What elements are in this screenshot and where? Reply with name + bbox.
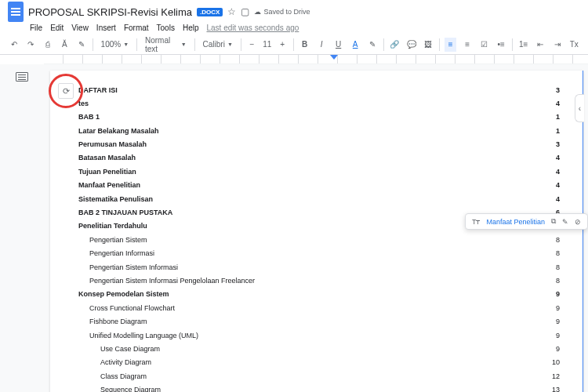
document-title[interactable]: PROPOSAL SKRIPSI-Revisi Kelima <box>28 6 192 18</box>
spellcheck-icon[interactable]: Ă <box>59 38 71 52</box>
toc-page: 4 <box>556 98 560 109</box>
toc-page: 9 <box>556 316 560 327</box>
align-left-icon[interactable]: ≡ <box>445 38 457 52</box>
highlight-icon[interactable]: ✎ <box>366 38 379 52</box>
toc-page: 9 <box>556 343 560 354</box>
table-of-contents: DAFTAR ISI3tes4BAB 11Latar Belakang Masa… <box>78 83 583 392</box>
toc-label: Activity Diagram <box>100 357 151 368</box>
toc-entry[interactable]: tes4 <box>78 96 583 110</box>
last-edit-link[interactable]: Last edit was seconds ago <box>206 24 299 32</box>
indent-marker-icon[interactable] <box>330 55 338 63</box>
menu-insert[interactable]: Insert <box>96 24 116 32</box>
toc-entry[interactable]: Use Case Diagram9 <box>78 342 583 355</box>
toc-entry[interactable]: Activity Diagram10 <box>78 356 583 369</box>
copy-link-icon[interactable]: ⧉ <box>551 217 556 226</box>
document-page[interactable]: ⟳ DAFTAR ISI3tes4BAB 11Latar Belakang Ma… <box>50 71 583 392</box>
toc-entry[interactable]: DAFTAR ISI3 <box>78 83 583 96</box>
undo-icon[interactable]: ↶ <box>8 38 20 52</box>
checklist-icon[interactable]: ☑ <box>478 38 491 52</box>
font-size-minus[interactable]: − <box>246 38 259 52</box>
outline-toggle-icon[interactable] <box>16 72 28 82</box>
remove-link-icon[interactable]: ⊘ <box>575 218 581 226</box>
save-status-text: Saved to Drive <box>263 8 310 16</box>
toc-label: Pengertian Sistem Informasi <box>89 262 178 273</box>
toc-refresh-button[interactable]: ⟳ <box>58 83 74 99</box>
image-icon[interactable]: 🖼 <box>422 38 434 52</box>
toc-page: 3 <box>556 85 560 96</box>
toc-entry[interactable]: Pengertian Sistem Informasi8 <box>78 260 583 274</box>
bold-icon[interactable]: B <box>299 38 311 52</box>
toc-entry[interactable]: Fishbone Diagram9 <box>78 315 583 328</box>
increase-indent-icon[interactable]: ⇥ <box>551 38 564 52</box>
zoom-select[interactable]: 100%▼ <box>98 40 132 49</box>
toc-entry[interactable]: Unified Modelling Language (UML)9 <box>78 328 583 342</box>
menu-view[interactable]: View <box>71 24 89 32</box>
toc-page: 9 <box>556 330 560 341</box>
toc-entry[interactable]: Perumusan Masalah3 <box>78 138 583 151</box>
print-icon[interactable]: ⎙ <box>42 38 54 52</box>
toc-entry[interactable]: Cross Functional Flowchart9 <box>78 301 583 314</box>
ruler[interactable] <box>44 55 588 64</box>
move-icon[interactable]: ▢ <box>241 6 249 17</box>
toc-label: Fishbone Diagram <box>89 316 147 327</box>
toc-page: 1 <box>556 125 560 136</box>
comment-icon[interactable]: 💬 <box>405 38 418 52</box>
redo-icon[interactable]: ↷ <box>25 38 38 52</box>
toc-entry[interactable]: Pengertian Sistem Informasi Pengelolaan … <box>78 274 583 287</box>
workspace: ⟳ DAFTAR ISI3tes4BAB 11Latar Belakang Ma… <box>0 64 588 392</box>
number-list-icon[interactable]: 1≡ <box>517 38 530 52</box>
toc-label: DAFTAR ISI <box>78 85 118 96</box>
toc-entry[interactable]: Pengertian Informasi8 <box>78 247 583 260</box>
text-color-icon[interactable]: A <box>349 38 361 52</box>
paint-format-icon[interactable]: ✎ <box>75 38 88 52</box>
toc-label: Tujuan Penelitian <box>78 166 136 177</box>
italic-icon[interactable]: I <box>315 38 328 52</box>
menu-help[interactable]: Help <box>183 24 199 32</box>
edit-link-icon[interactable]: ✎ <box>562 218 568 226</box>
toc-entry[interactable]: Class Diagram12 <box>78 369 583 383</box>
toc-entry[interactable]: Batasan Masalah4 <box>78 151 583 165</box>
line-spacing-icon[interactable]: ≡ <box>461 38 474 52</box>
toc-label: Pengertian Sistem <box>89 234 147 245</box>
menu-edit[interactable]: Edit <box>50 24 64 32</box>
font-value: Calibri <box>203 40 225 49</box>
toc-page: 4 <box>556 152 560 163</box>
toc-label: Perumusan Masalah <box>78 139 147 150</box>
toc-entry[interactable]: Sequence Diagram13 <box>78 383 583 392</box>
bullet-list-icon[interactable]: •≡ <box>495 38 508 52</box>
toc-entry[interactable]: Konsep Pemodelan Sistem9 <box>78 288 583 301</box>
font-size-input[interactable]: 11 <box>263 40 271 49</box>
toc-page: 12 <box>552 371 560 382</box>
toc-entry[interactable]: Manfaat Penelitian4 <box>78 179 583 192</box>
star-icon[interactable]: ☆ <box>227 6 236 17</box>
toc-label: Sistematika Penulisan <box>78 194 153 205</box>
font-select[interactable]: Calibri▼ <box>200 40 236 49</box>
decrease-indent-icon[interactable]: ⇤ <box>534 38 546 52</box>
toc-page: 8 <box>556 262 560 273</box>
docs-logo-icon[interactable] <box>8 2 24 22</box>
toc-label: Penelitian Terdahulu <box>78 220 147 231</box>
tooltip-link[interactable]: Manfaat Penelitian <box>486 218 545 226</box>
underline-icon[interactable]: U <box>332 38 345 52</box>
font-size-plus[interactable]: + <box>276 38 289 52</box>
toc-page: 9 <box>556 303 560 314</box>
toolbar: ↶ ↷ ⎙ Ă ✎ 100%▼ Normal text▼ Calibri▼ − … <box>0 34 588 55</box>
toc-entry[interactable]: Sistematika Penulisan4 <box>78 192 583 205</box>
menu-file[interactable]: File <box>30 24 42 32</box>
menu-format[interactable]: Format <box>124 24 149 32</box>
toc-label: Pengertian Sistem Informasi Pengelolaan … <box>89 275 255 286</box>
link-icon[interactable]: 🔗 <box>388 38 401 52</box>
toc-page: 4 <box>556 194 560 205</box>
toc-entry[interactable]: Latar Belakang Masalah1 <box>78 124 583 137</box>
menubar: File Edit View Insert Format Tools Help … <box>8 20 580 34</box>
menu-tools[interactable]: Tools <box>157 24 175 32</box>
style-select[interactable]: Normal text▼ <box>142 36 190 53</box>
toc-entry[interactable]: BAB 11 <box>78 111 583 124</box>
link-tooltip: Tᴛ Manfaat Penelitian ⧉ ✎ ⊘ <box>465 213 588 230</box>
save-status: ☁ Saved to Drive <box>254 8 310 16</box>
toc-entry[interactable]: Tujuan Penelitian4 <box>78 165 583 178</box>
toc-entry[interactable]: Pengertian Sistem8 <box>78 233 583 246</box>
toc-page: 1 <box>556 111 560 122</box>
expand-side-panel-icon[interactable]: ‹ <box>575 94 584 122</box>
clear-format-icon[interactable]: Tx <box>568 38 581 52</box>
